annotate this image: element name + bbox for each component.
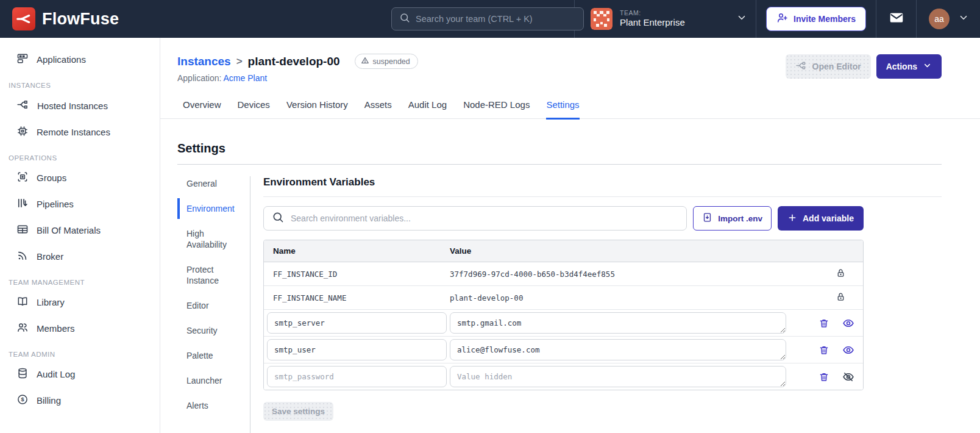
fork-icon xyxy=(795,60,807,73)
status-badge-label: suspended xyxy=(373,57,410,66)
env-name-input[interactable] xyxy=(267,366,447,387)
sidebar-section-team-admin: TEAM ADMIN xyxy=(0,342,160,361)
tab-overview[interactable]: Overview xyxy=(183,99,221,118)
settings-nav: General Environment High Availability Pr… xyxy=(177,176,250,433)
team-label: TEAM: xyxy=(620,9,729,17)
main-content: Instances > plant-develop-00 suspended A… xyxy=(160,38,980,433)
sidebar-item-audit-log[interactable]: Audit Log xyxy=(0,361,160,387)
sidebar-item-pipelines[interactable]: Pipelines xyxy=(0,191,160,217)
sidebar-item-broker[interactable]: Broker xyxy=(0,243,160,270)
sidebar-item-bill-of-materials[interactable]: Bill Of Materials xyxy=(0,217,160,243)
settings-nav-general[interactable]: General xyxy=(186,178,243,189)
sidebar-item-label: Bill Of Materials xyxy=(37,225,101,235)
users-icon xyxy=(16,321,29,335)
sidebar-item-label: Billing xyxy=(37,395,61,406)
trash-icon xyxy=(818,318,829,329)
tab-node-red-logs[interactable]: Node-RED Logs xyxy=(463,99,530,118)
team-selector[interactable]: TEAM: Plant Enterprise xyxy=(574,0,756,38)
env-value-input[interactable] xyxy=(450,339,786,360)
sidebar-item-members[interactable]: Members xyxy=(0,315,160,342)
toggle-visibility-button[interactable] xyxy=(842,371,854,383)
delete-variable-button[interactable] xyxy=(818,345,829,356)
open-editor-button[interactable]: Open Editor xyxy=(786,54,871,79)
tab-assets[interactable]: Assets xyxy=(364,99,392,118)
sidebar-item-label: Audit Log xyxy=(37,369,75,379)
header-actions: Open Editor Actions xyxy=(786,54,942,79)
toggle-visibility-button[interactable] xyxy=(842,317,854,329)
env-value-input[interactable] xyxy=(450,312,786,334)
trash-icon xyxy=(818,371,829,382)
import-env-button[interactable]: Import .env xyxy=(693,206,772,231)
delete-variable-button[interactable] xyxy=(818,318,829,329)
settings-nav-protect-instance[interactable]: Protect Instance xyxy=(186,264,243,286)
table-row xyxy=(264,363,863,390)
env-name: FF_INSTANCE_ID xyxy=(264,270,450,279)
team-search[interactable] xyxy=(391,7,584,30)
team-search-input[interactable] xyxy=(416,14,576,24)
sidebar-item-hosted-instances[interactable]: Hosted Instances xyxy=(0,92,160,119)
toggle-visibility-button[interactable] xyxy=(842,344,854,356)
add-variable-button[interactable]: Add variable xyxy=(778,206,864,231)
invite-members-label: Invite Members xyxy=(794,14,856,24)
chevron-down-icon xyxy=(736,12,747,26)
document-download-icon xyxy=(702,212,712,224)
search-icon xyxy=(272,211,284,226)
save-settings-button[interactable]: Save settings xyxy=(263,402,333,421)
broadcast-icon xyxy=(16,249,29,263)
brand[interactable]: FlowFuse xyxy=(0,7,131,30)
env-name-input[interactable] xyxy=(267,339,447,360)
table-row xyxy=(264,310,863,337)
settings-nav-alerts[interactable]: Alerts xyxy=(186,400,243,411)
applications-icon xyxy=(16,52,29,66)
tab-devices[interactable]: Devices xyxy=(238,99,270,118)
sidebar-item-label: Remote Instances xyxy=(37,127,110,137)
settings-nav-security[interactable]: Security xyxy=(186,325,243,336)
env-search-input[interactable] xyxy=(291,213,678,223)
settings-title: Settings xyxy=(177,141,980,156)
env-search[interactable] xyxy=(263,206,687,231)
tab-audit-log[interactable]: Audit Log xyxy=(408,99,447,118)
application-link[interactable]: Acme Plant xyxy=(224,73,268,83)
breadcrumb-instances-link[interactable]: Instances xyxy=(177,55,231,68)
user-menu[interactable]: aa xyxy=(916,0,980,38)
team-avatar xyxy=(591,8,612,30)
user-avatar: aa xyxy=(929,9,950,29)
notifications-button[interactable] xyxy=(876,0,916,38)
sidebar-item-billing[interactable]: $ Billing xyxy=(0,387,160,413)
env-name: FF_INSTANCE_NAME xyxy=(264,293,450,302)
delete-variable-button[interactable] xyxy=(818,371,829,382)
trash-icon xyxy=(818,345,829,356)
billing-icon: $ xyxy=(16,393,29,407)
tab-version-history[interactable]: Version History xyxy=(286,99,348,118)
chip-icon xyxy=(16,125,29,139)
table-row: FF_INSTANCE_NAME plant-develop-00 xyxy=(264,286,863,310)
actions-label: Actions xyxy=(886,62,917,71)
env-value: plant-develop-00 xyxy=(450,293,790,302)
status-badge: suspended xyxy=(355,54,418,69)
user-plus-icon xyxy=(776,12,788,26)
instance-tabs: Overview Devices Version History Assets … xyxy=(160,99,980,119)
settings-nav-launcher[interactable]: Launcher xyxy=(186,375,243,386)
sidebar-section-team-management: TEAM MANAGEMENT xyxy=(0,270,160,289)
table-row xyxy=(264,337,863,363)
settings-nav-palette[interactable]: Palette xyxy=(186,350,243,361)
actions-button[interactable]: Actions xyxy=(876,54,942,79)
sidebar-item-label: Library xyxy=(37,297,65,307)
flowfuse-logo-icon xyxy=(12,7,35,30)
env-value-input[interactable] xyxy=(450,366,786,387)
settings-nav-high-availability[interactable]: High Availability xyxy=(186,228,243,250)
tab-settings[interactable]: Settings xyxy=(546,99,579,120)
sidebar-item-groups[interactable]: Groups xyxy=(0,165,160,191)
settings-nav-environment[interactable]: Environment xyxy=(186,203,243,214)
settings-nav-editor[interactable]: Editor xyxy=(186,300,243,311)
sidebar-item-label: Pipelines xyxy=(37,199,74,209)
invite-members-button[interactable]: Invite Members xyxy=(766,7,866,31)
add-variable-label: Add variable xyxy=(803,213,854,223)
sidebar: Applications INSTANCES Hosted Instances … xyxy=(0,38,160,433)
table-header: Name Value xyxy=(264,240,863,262)
sidebar-item-applications[interactable]: Applications xyxy=(0,46,160,73)
env-name-input[interactable] xyxy=(267,312,447,334)
sidebar-item-remote-instances[interactable]: Remote Instances xyxy=(0,119,160,145)
groups-icon xyxy=(16,171,29,185)
sidebar-item-library[interactable]: Library xyxy=(0,289,160,315)
